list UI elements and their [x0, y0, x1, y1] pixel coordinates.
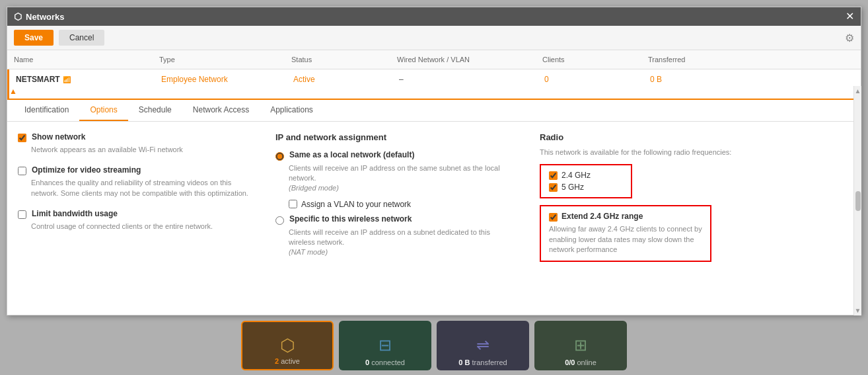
- col-name: Name: [7, 53, 153, 66]
- card-connected[interactable]: ⊟ 0 connected: [339, 321, 431, 370]
- ip-local-desc: Clients will receive an IP address on th…: [289, 163, 513, 184]
- card-transferred[interactable]: ⇌ 0 B transferred: [437, 321, 529, 370]
- scroll-down-arrow[interactable]: ▼: [855, 307, 861, 314]
- tab-schedule[interactable]: Schedule: [128, 100, 182, 121]
- show-network-checkbox[interactable]: [18, 134, 26, 142]
- toolbar: Save Cancel ⚙: [7, 26, 861, 50]
- title-bar-left: ⬡ Networks: [14, 11, 65, 22]
- col-wired: Wired Network / VLAN: [390, 53, 536, 66]
- modal-window: ⬡ Networks ✕ Save Cancel ⚙ Name Type Sta…: [7, 7, 861, 315]
- freq-5-row: 5 GHz: [549, 183, 623, 192]
- optimize-video-label: Optimize for video streaming: [32, 165, 141, 175]
- wifi-signal-icon: 📶: [63, 76, 71, 83]
- freq-2-4-row: 2.4 GHz: [549, 171, 623, 180]
- row-expand-icon[interactable]: ▲: [9, 87, 147, 96]
- content-area: Show network Network appears as an avail…: [7, 122, 861, 315]
- left-column: Show network Network appears as an avail…: [18, 132, 249, 304]
- freq-2-4-checkbox[interactable]: [549, 171, 558, 180]
- ip-local-row: Same as a local network (default): [275, 150, 513, 161]
- card-online-icon: ⊞: [574, 336, 587, 354]
- row-transferred: 0 B: [643, 72, 749, 87]
- card-online[interactable]: ⊞ 0/0 online: [534, 321, 627, 370]
- table-header: Name Type Status Wired Network / VLAN Cl…: [7, 50, 861, 69]
- optimize-video-row: Optimize for video streaming: [18, 165, 249, 175]
- freq-5-label: 5 GHz: [561, 183, 584, 192]
- limit-bandwidth-label: Limit bandwidth usage: [32, 209, 118, 218]
- col-status: Status: [285, 53, 390, 66]
- radio-freq-box: 2.4 GHz 5 GHz: [540, 164, 632, 198]
- row-status: Active: [287, 72, 392, 87]
- card-transferred-icon: ⇌: [476, 336, 489, 354]
- limit-bandwidth-group: Limit bandwidth usage Control usage of c…: [18, 209, 249, 231]
- card-active-icon: ⬡: [280, 335, 295, 356]
- tab-network-access[interactable]: Network Access: [182, 100, 260, 121]
- col-type: Type: [153, 53, 285, 66]
- freq-2-4-label: 2.4 GHz: [561, 171, 591, 180]
- limit-bandwidth-row: Limit bandwidth usage: [18, 209, 249, 219]
- scrollbar[interactable]: ▲ ▼: [853, 86, 861, 315]
- bottom-bar: ⬡ 2 active ⊟ 0 connected ⇌ 0 B transferr…: [0, 315, 868, 375]
- col-clients: Clients: [536, 53, 641, 66]
- extend-box: Extend 2.4 GHz range Allowing far away 2…: [540, 205, 711, 261]
- row-name: NETSMART 📶: [9, 72, 155, 87]
- extend-label: Extend 2.4 GHz range: [561, 212, 643, 221]
- ip-wireless-group: Specific to this wireless network Client…: [275, 214, 513, 256]
- ip-section-title: IP and network assignment: [275, 132, 513, 142]
- ip-wireless-mode: (NAT mode): [289, 248, 513, 256]
- scroll-thumb[interactable]: [855, 191, 861, 211]
- limit-bandwidth-checkbox[interactable]: [18, 210, 26, 219]
- network-title-icon: ⬡: [14, 11, 22, 22]
- limit-bandwidth-desc: Control usage of connected clients or th…: [31, 222, 249, 231]
- show-network-label: Show network: [32, 132, 85, 142]
- optimize-video-group: Optimize for video streaming Enhances th…: [18, 165, 249, 198]
- ip-local-mode: (Bridged mode): [289, 184, 513, 192]
- tab-identification[interactable]: Identification: [14, 100, 79, 121]
- title-bar: ⬡ Networks ✕: [7, 7, 861, 26]
- assign-vlan-checkbox[interactable]: [289, 200, 297, 208]
- card-connected-label: 0 connected: [339, 358, 431, 366]
- col-transferred: Transferred: [641, 53, 747, 66]
- row-clients: 0: [538, 72, 643, 87]
- table-row[interactable]: NETSMART 📶 Employee Network Active – 0 0…: [7, 69, 861, 100]
- card-online-label: 0/0 online: [534, 358, 627, 366]
- row-type: Employee Network: [155, 72, 287, 87]
- middle-column: IP and network assignment Same as a loca…: [275, 132, 513, 304]
- radio-desc: This network is available for the follow…: [540, 147, 850, 157]
- window-title: Networks: [26, 12, 65, 22]
- tab-options[interactable]: Options: [79, 100, 127, 121]
- tab-applications[interactable]: Applications: [260, 100, 324, 121]
- extend-desc: Allowing far away 2.4 GHz clients to con…: [549, 224, 702, 255]
- ip-local-label: Same as a local network (default): [289, 150, 414, 159]
- tabs: Identification Options Schedule Network …: [7, 100, 861, 122]
- scroll-up-arrow[interactable]: ▲: [855, 87, 861, 95]
- card-active[interactable]: ⬡ 2 active: [241, 321, 334, 370]
- show-network-row: Show network: [18, 132, 249, 142]
- row-wired: –: [392, 72, 538, 87]
- ip-local-group: Same as a local network (default) Client…: [275, 150, 513, 192]
- close-button[interactable]: ✕: [846, 11, 854, 22]
- right-column: Radio This network is available for the …: [540, 132, 850, 304]
- ip-local-radio[interactable]: [275, 152, 284, 161]
- save-button[interactable]: Save: [14, 30, 54, 46]
- cancel-button[interactable]: Cancel: [59, 30, 104, 46]
- card-connected-icon: ⊟: [379, 336, 392, 354]
- extend-row: Extend 2.4 GHz range: [549, 212, 702, 222]
- show-network-desc: Network appears as an available Wi-Fi ne…: [31, 145, 249, 155]
- assign-vlan-group: Assign a VLAN to your network: [289, 200, 513, 209]
- optimize-video-desc: Enhances the quality and reliability of …: [31, 178, 249, 198]
- freq-5-checkbox[interactable]: [549, 183, 558, 192]
- assign-vlan-label: Assign a VLAN to your network: [301, 200, 411, 209]
- radio-section-title: Radio: [540, 132, 850, 142]
- ip-wireless-desc: Clients will receive an IP address on a …: [289, 228, 513, 248]
- card-transferred-label: 0 B transferred: [437, 358, 529, 366]
- extend-checkbox[interactable]: [549, 213, 558, 222]
- ip-wireless-row: Specific to this wireless network: [275, 214, 513, 225]
- show-network-group: Show network Network appears as an avail…: [18, 132, 249, 155]
- ip-wireless-label: Specific to this wireless network: [289, 214, 412, 224]
- ip-wireless-radio[interactable]: [275, 216, 284, 225]
- toolbar-settings-icon[interactable]: ⚙: [845, 32, 854, 44]
- optimize-video-checkbox[interactable]: [18, 167, 26, 175]
- card-active-label: 2 active: [242, 357, 332, 365]
